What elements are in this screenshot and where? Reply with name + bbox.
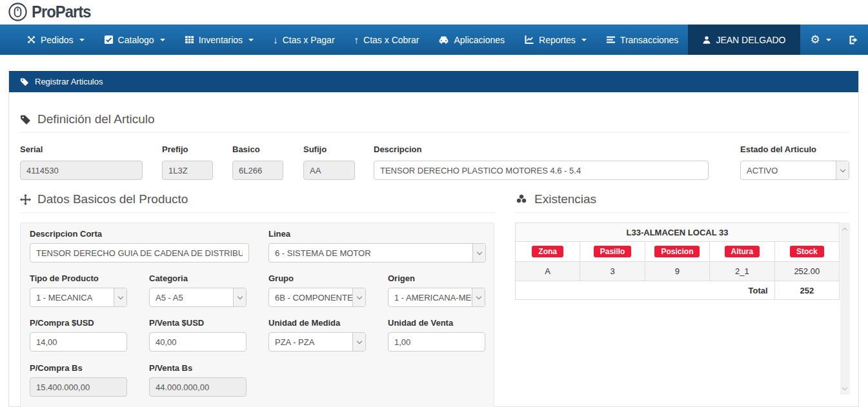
sufijo-input[interactable] xyxy=(303,161,355,180)
existencias-scrollbar[interactable] xyxy=(840,223,850,395)
breadcrumb-title: Registrar Articulos xyxy=(35,77,103,86)
unidad-venta-label: Unidad de Venta xyxy=(388,318,453,328)
nav-settings-menu[interactable]: ⚙ xyxy=(800,25,842,55)
chevron-down-icon xyxy=(836,161,849,179)
basico-input[interactable] xyxy=(232,161,283,180)
nav-label: Reportes xyxy=(539,35,576,45)
mouse-logo-icon xyxy=(8,2,28,22)
nav-signout-button[interactable] xyxy=(842,25,868,55)
check-square-icon xyxy=(104,35,114,45)
estado-selected-value: ACTIVO xyxy=(741,166,836,175)
categoria-select[interactable]: A5 - A5 xyxy=(149,288,247,307)
gear-icon: ⚙ xyxy=(811,33,820,46)
descripcion-corta-input[interactable] xyxy=(30,243,249,263)
categoria-label: Categoria xyxy=(149,273,188,283)
table-header-row: Zona Pasillo Posicion Altura Stock xyxy=(516,242,840,262)
table-row: A 3 9 2_1 252.00 xyxy=(516,262,840,281)
cell-zona: A xyxy=(516,262,580,281)
grupo-select[interactable]: 6B - COMPONENTES xyxy=(268,288,366,307)
nav-label: Pedidos xyxy=(41,35,74,45)
nav-label: Ctas x Cobrar xyxy=(363,35,419,45)
linea-select[interactable]: 6 - SISTEMA DE MOTOR xyxy=(268,243,486,263)
chevron-down-icon xyxy=(826,39,831,41)
chevron-down-icon xyxy=(233,288,246,306)
nav-user-menu[interactable]: JEAN DELGADO xyxy=(688,25,800,55)
panel-heading: Registrar Articulos xyxy=(9,71,858,92)
col-badge-zona: Zona xyxy=(532,246,563,257)
chevron-down-icon xyxy=(472,244,485,262)
prefijo-input[interactable] xyxy=(162,161,213,180)
nav-item-transacciones[interactable]: Transacciones xyxy=(596,25,689,55)
scroll-up-icon[interactable] xyxy=(842,228,847,233)
descripcion-input[interactable] xyxy=(374,161,709,180)
line-chart-icon xyxy=(524,35,534,45)
prefijo-label: Prefijo xyxy=(162,144,188,154)
table-total-row: Total 252 xyxy=(516,281,840,300)
pcompra-usd-label: P/Compra $USD xyxy=(30,318,94,328)
pcompra-bs-label: P/Compra Bs xyxy=(30,363,83,373)
chevron-down-icon xyxy=(160,39,165,41)
tag-icon xyxy=(20,114,31,125)
basico-label: Basico xyxy=(232,144,260,154)
grupo-label: Grupo xyxy=(268,273,294,283)
linea-label: Linea xyxy=(268,229,290,239)
tipo-producto-selected-value: 1 - MECANICA xyxy=(30,293,114,303)
section-title-text: Definición del Articulo xyxy=(37,112,155,126)
list-icon xyxy=(606,35,616,45)
main-navbar: Pedidos Catalogo Inve xyxy=(0,25,868,55)
cell-stock: 252.00 xyxy=(774,262,839,281)
scroll-down-icon[interactable] xyxy=(842,385,847,390)
pventa-usd-label: P/Venta $USD xyxy=(149,318,204,328)
pcompra-bs-input[interactable] xyxy=(30,377,127,397)
tag-icon xyxy=(20,77,29,86)
section-existencias-title: Existencias xyxy=(515,192,849,213)
existencias-table: L33-ALMACEN LOCAL 33 Zona Pasillo Posici… xyxy=(515,223,840,300)
page: ProParts Pedidos Catalogo xyxy=(0,0,868,407)
nav-item-ctas-x-cobrar[interactable]: ↑ Ctas x Cobrar xyxy=(345,25,429,55)
long-arrow-down-icon: ↓ xyxy=(273,34,278,45)
section-title-text: Existencias xyxy=(534,192,596,206)
brand-name: ProParts xyxy=(32,3,90,21)
unidad-medida-select[interactable]: PZA - PZA xyxy=(268,332,366,352)
nav-item-ctas-x-pagar[interactable]: ↓ Ctas x Pagar xyxy=(263,25,344,55)
pventa-bs-label: P/Venta Bs xyxy=(149,363,192,373)
section-datos-title: Datos Basicos del Producto xyxy=(20,192,494,213)
col-badge-posicion: Posicion xyxy=(654,246,700,257)
pventa-usd-input[interactable] xyxy=(149,332,247,352)
user-icon xyxy=(702,35,711,45)
cell-posicion: 9 xyxy=(645,262,709,281)
nav-item-inventarios[interactable]: Inventarios xyxy=(175,25,263,55)
cubes-icon xyxy=(515,194,528,204)
descripcion-corta-label: Descripcion Corta xyxy=(30,229,102,239)
section-title-text: Datos Basicos del Producto xyxy=(37,192,188,206)
pcompra-usd-input[interactable] xyxy=(30,332,127,352)
nav-item-aplicaciones[interactable]: Aplicaciones xyxy=(429,25,514,55)
estado-label: Estado del Articulo xyxy=(740,144,816,154)
estado-select[interactable]: ACTIVO xyxy=(740,161,849,180)
navbar-left: Pedidos Catalogo Inve xyxy=(17,25,688,55)
nav-item-catalogo[interactable]: Catalogo xyxy=(94,25,175,55)
total-value: 252 xyxy=(774,281,839,300)
chevron-down-icon xyxy=(248,39,254,41)
warehouse-title-row: L33-ALMACEN LOCAL 33 xyxy=(516,223,840,242)
sufijo-label: Sufijo xyxy=(303,144,327,154)
total-label: Total xyxy=(516,281,775,300)
pventa-bs-input[interactable] xyxy=(149,377,247,397)
nav-item-reportes[interactable]: Reportes xyxy=(514,25,596,55)
grupo-selected-value: 6B - COMPONENTES xyxy=(269,293,352,303)
navbar-right: JEAN DELGADO ⚙ xyxy=(688,25,868,55)
chevron-down-icon xyxy=(79,39,85,41)
nav-item-pedidos[interactable]: Pedidos xyxy=(17,25,94,55)
chevron-down-icon xyxy=(352,333,365,351)
sign-out-icon xyxy=(848,35,859,45)
unidad-venta-input[interactable] xyxy=(388,332,485,352)
serial-input[interactable] xyxy=(20,161,143,180)
nav-label: Transacciones xyxy=(620,35,679,45)
brand-logo[interactable]: ProParts xyxy=(8,2,94,22)
origen-select[interactable]: 1 - AMERICANA-MECA xyxy=(388,288,485,307)
col-badge-pasillo: Pasillo xyxy=(594,246,632,257)
tipo-producto-select[interactable]: 1 - MECANICA xyxy=(30,288,127,307)
table-icon xyxy=(185,35,194,45)
chevron-down-icon xyxy=(472,288,485,306)
col-badge-altura: Altura xyxy=(725,246,760,257)
